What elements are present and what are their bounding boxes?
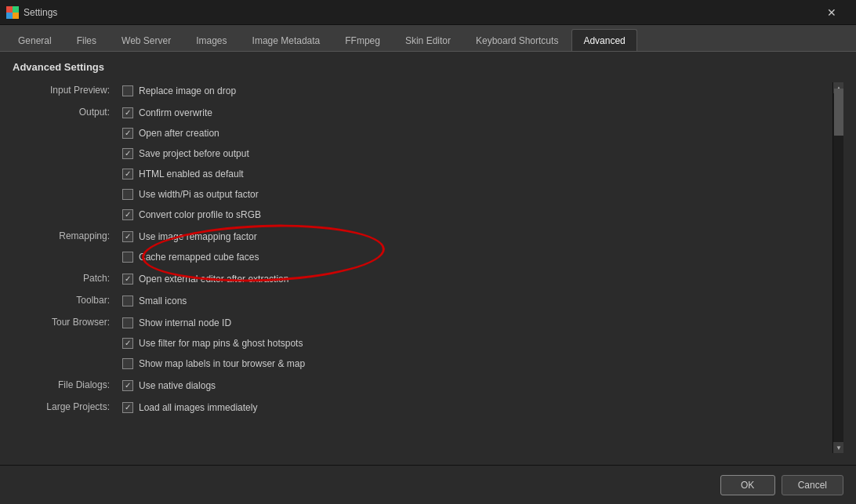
tabs-bar: GeneralFilesWeb ServerImagesImage Metada… (0, 25, 856, 52)
checkbox-row-6-0: Use native dialogs (122, 377, 826, 394)
tab-skin-editor[interactable]: Skin Editor (394, 29, 462, 51)
setting-controls-7: Load all images immediately (122, 399, 826, 416)
setting-controls-2: Use image remapping factorCache remapped… (122, 228, 826, 266)
setting-label-1: Output: (13, 104, 122, 118)
setting-controls-1: Confirm overwriteOpen after creationSave… (122, 104, 826, 223)
scrollbar-arrow-down[interactable]: ▼ (833, 442, 843, 453)
checkbox-label-2-1: Cache remapped cube faces (139, 252, 259, 263)
tab-advanced[interactable]: Advanced (571, 29, 637, 51)
checkbox-row-4-0: Small icons (122, 292, 826, 310)
checkbox-2-1[interactable] (122, 252, 133, 263)
setting-controls-0: Replace image on drop (122, 82, 826, 100)
tab-web-server[interactable]: Web Server (110, 29, 183, 51)
checkbox-row-3-0: Open external editor after extraction (122, 270, 826, 288)
tab-ffmpeg[interactable]: FFmpeg (333, 29, 392, 51)
setting-label-2: Remapping: (13, 228, 122, 241)
checkbox-label-3-0: Open external editor after extraction (139, 274, 288, 285)
checkbox-label-1-2: Save project before output (139, 148, 249, 159)
checkbox-row-2-0: Use image remapping factor (122, 228, 826, 245)
setting-group-2: Remapping:Use image remapping factorCach… (13, 228, 826, 266)
tab-general[interactable]: General (6, 29, 63, 51)
svg-rect-0 (6, 6, 13, 13)
checkbox-row-2-1: Cache remapped cube faces (122, 248, 826, 266)
tab-image-metadata[interactable]: Image Metadata (241, 29, 332, 51)
setting-label-0: Input Preview: (13, 82, 122, 96)
checkbox-row-0-0: Replace image on drop (122, 82, 826, 100)
checkbox-label-6-0: Use native dialogs (139, 380, 216, 391)
setting-group-6: File Dialogs:Use native dialogs (13, 377, 826, 394)
svg-rect-3 (13, 13, 19, 19)
scrollbar-thumb[interactable] (834, 89, 843, 136)
setting-group-3: Patch:Open external editor after extract… (13, 270, 826, 288)
checkbox-row-1-1: Open after creation (122, 125, 826, 142)
tab-images[interactable]: Images (184, 29, 238, 51)
checkbox-row-5-1: Use filter for map pins & ghost hotspots (122, 335, 826, 352)
checkbox-label-1-4: Use width/Pi as output factor (139, 189, 259, 200)
app-icon (6, 6, 19, 19)
checkbox-5-1[interactable] (122, 338, 133, 349)
setting-group-7: Large Projects:Load all images immediate… (13, 399, 826, 416)
setting-controls-3: Open external editor after extraction (122, 270, 826, 288)
checkbox-row-5-2: Show map labels in tour browser & map (122, 355, 826, 372)
cancel-button[interactable]: Cancel (782, 475, 843, 495)
checkbox-2-0[interactable] (122, 231, 133, 242)
checkbox-row-7-0: Load all images immediately (122, 399, 826, 416)
checkbox-5-0[interactable] (122, 317, 133, 328)
checkbox-label-5-0: Show internal node ID (139, 317, 231, 328)
setting-label-3: Patch: (13, 270, 122, 284)
checkbox-label-1-3: HTML enabled as default (139, 169, 244, 179)
scrollbar-track: ▲ ▼ (832, 82, 843, 453)
checkbox-label-4-0: Small icons (139, 296, 187, 306)
ok-button[interactable]: OK (720, 475, 775, 495)
checkbox-row-1-4: Use width/Pi as output factor (122, 186, 826, 203)
setting-group-1: Output:Confirm overwriteOpen after creat… (13, 104, 826, 223)
checkbox-label-1-1: Open after creation (139, 128, 219, 139)
content-area: Advanced Settings Input Preview:Replace … (0, 52, 856, 465)
checkbox-row-1-5: Convert color profile to sRGB (122, 206, 826, 223)
checkbox-label-1-0: Confirm overwrite (139, 107, 212, 118)
checkbox-row-1-3: HTML enabled as default (122, 165, 826, 183)
titlebar-title: Settings (24, 7, 57, 18)
svg-rect-2 (6, 13, 13, 19)
checkbox-5-2[interactable] (122, 358, 133, 369)
svg-rect-1 (13, 6, 19, 13)
checkbox-1-2[interactable] (122, 148, 133, 159)
setting-group-0: Input Preview:Replace image on drop (13, 82, 826, 100)
checkbox-label-0-0: Replace image on drop (139, 85, 236, 96)
setting-group-4: Toolbar:Small icons (13, 292, 826, 310)
checkbox-4-0[interactable] (122, 296, 133, 306)
setting-label-6: File Dialogs: (13, 377, 122, 390)
close-button[interactable]: ✕ (814, 0, 850, 25)
checkbox-3-0[interactable] (122, 274, 133, 285)
checkbox-label-1-5: Convert color profile to sRGB (139, 209, 261, 220)
tab-keyboard-shortcuts[interactable]: Keyboard Shortcuts (464, 29, 570, 51)
setting-label-4: Toolbar: (13, 292, 122, 306)
setting-label-5: Tour Browser: (13, 314, 122, 328)
checkbox-row-1-0: Confirm overwrite (122, 104, 826, 121)
checkbox-1-3[interactable] (122, 169, 133, 179)
checkbox-label-2-0: Use image remapping factor (139, 231, 257, 242)
tab-files[interactable]: Files (65, 29, 108, 51)
checkbox-label-5-1: Use filter for map pins & ghost hotspots (139, 338, 303, 349)
checkbox-1-1[interactable] (122, 128, 133, 139)
checkbox-label-5-2: Show map labels in tour browser & map (139, 358, 305, 369)
titlebar-left: Settings (6, 6, 57, 19)
checkbox-row-1-2: Save project before output (122, 145, 826, 162)
checkbox-label-7-0: Load all images immediately (139, 402, 257, 413)
setting-controls-5: Show internal node IDUse filter for map … (122, 314, 826, 372)
checkbox-0-0[interactable] (122, 85, 133, 96)
checkbox-7-0[interactable] (122, 402, 133, 413)
settings-panel: Input Preview:Replace image on dropOutpu… (13, 82, 843, 453)
checkbox-1-4[interactable] (122, 189, 133, 200)
checkbox-6-0[interactable] (122, 380, 133, 391)
checkbox-1-5[interactable] (122, 209, 133, 220)
titlebar: Settings ✕ (0, 0, 856, 25)
setting-controls-6: Use native dialogs (122, 377, 826, 394)
section-title: Advanced Settings (13, 61, 843, 73)
setting-group-5: Tour Browser:Show internal node IDUse fi… (13, 314, 826, 372)
setting-label-7: Large Projects: (13, 399, 122, 412)
checkbox-1-0[interactable] (122, 107, 133, 118)
setting-controls-4: Small icons (122, 292, 826, 310)
settings-scroll[interactable]: Input Preview:Replace image on dropOutpu… (13, 82, 832, 453)
checkbox-row-5-0: Show internal node ID (122, 314, 826, 332)
